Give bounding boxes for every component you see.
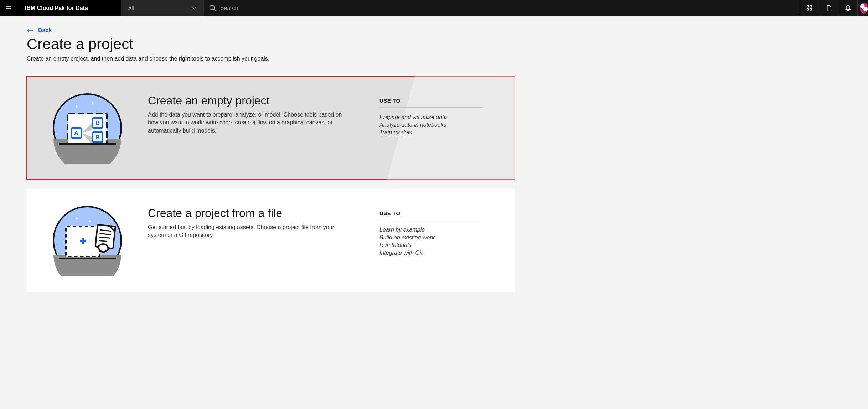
svg-text:B: B xyxy=(95,120,100,126)
search-area[interactable] xyxy=(204,0,800,16)
project-option-list: A B B Create an empty project Add the da… xyxy=(27,76,515,292)
uses-list: Learn by example Build on existing work … xyxy=(379,226,483,257)
bell-icon xyxy=(844,5,852,12)
svg-point-11 xyxy=(76,106,78,108)
list-item: Integrate with Git xyxy=(379,249,483,257)
option-title: Create an empty project xyxy=(148,94,362,107)
option-body: Create a project from a file Get started… xyxy=(148,189,376,292)
svg-point-24 xyxy=(89,221,91,222)
svg-rect-6 xyxy=(810,6,811,7)
file-project-icon xyxy=(52,205,123,276)
documentation-button[interactable] xyxy=(819,0,838,16)
option-uses: USE TO Prepare and visualize data Analyz… xyxy=(376,76,494,180)
scope-value: All xyxy=(128,5,134,11)
arrow-left-icon xyxy=(27,27,34,33)
page-title: Create a project xyxy=(27,36,515,53)
list-item: Train models xyxy=(379,129,483,136)
notifications-button[interactable] xyxy=(838,0,857,16)
svg-rect-7 xyxy=(807,9,808,10)
option-description: Add the data you want to prepare, analyz… xyxy=(148,111,347,135)
hamburger-icon xyxy=(5,5,12,12)
search-input[interactable] xyxy=(217,5,795,11)
svg-point-12 xyxy=(92,102,94,104)
svg-point-23 xyxy=(76,218,78,219)
list-item: Prepare and visualize data xyxy=(379,113,483,121)
svg-rect-5 xyxy=(807,6,808,7)
avatar xyxy=(860,3,868,14)
option-illustration: A B B xyxy=(27,76,148,180)
search-icon xyxy=(209,4,217,12)
page-subtitle: Create an empty project, and then add da… xyxy=(27,56,515,62)
header-left: IBM Cloud Pak for Data xyxy=(0,0,121,16)
apps-icon xyxy=(806,5,813,12)
chevron-down-icon xyxy=(192,6,197,11)
document-icon xyxy=(825,5,832,12)
page-content: Back Create a project Create an empty pr… xyxy=(0,16,542,306)
svg-point-3 xyxy=(210,5,215,10)
list-item: Build on existing work xyxy=(379,234,483,242)
svg-line-4 xyxy=(214,9,216,11)
svg-text:B: B xyxy=(95,134,100,140)
menu-button[interactable] xyxy=(0,0,17,16)
option-project-from-file[interactable]: Create a project from a file Get started… xyxy=(27,189,515,292)
list-item: Analyze data in notebooks xyxy=(379,121,483,129)
app-launcher-button[interactable] xyxy=(800,0,819,16)
option-illustration xyxy=(27,189,148,292)
option-uses: USE TO Learn by example Build on existin… xyxy=(376,189,494,292)
user-avatar-button[interactable] xyxy=(857,0,868,16)
empty-project-icon: A B B xyxy=(52,92,123,164)
brand-title: IBM Cloud Pak for Data xyxy=(17,5,88,11)
uses-label: USE TO xyxy=(379,210,483,220)
option-title: Create a project from a file xyxy=(148,207,362,220)
option-empty-project[interactable]: A B B Create an empty project Add the da… xyxy=(27,76,515,180)
header-actions xyxy=(800,0,868,16)
back-button[interactable]: Back xyxy=(27,27,52,33)
uses-label: USE TO xyxy=(379,98,483,108)
back-label: Back xyxy=(38,27,52,33)
app-header: IBM Cloud Pak for Data All xyxy=(0,0,868,16)
option-body: Create an empty project Add the data you… xyxy=(148,76,376,180)
uses-list: Prepare and visualize data Analyze data … xyxy=(379,113,483,136)
list-item: Learn by example xyxy=(379,226,483,234)
svg-text:A: A xyxy=(74,130,78,136)
scope-dropdown[interactable]: All xyxy=(121,0,204,16)
svg-rect-8 xyxy=(810,9,811,10)
option-description: Get started fast by loading existing ass… xyxy=(148,223,347,239)
list-item: Run tutorials xyxy=(379,241,483,249)
